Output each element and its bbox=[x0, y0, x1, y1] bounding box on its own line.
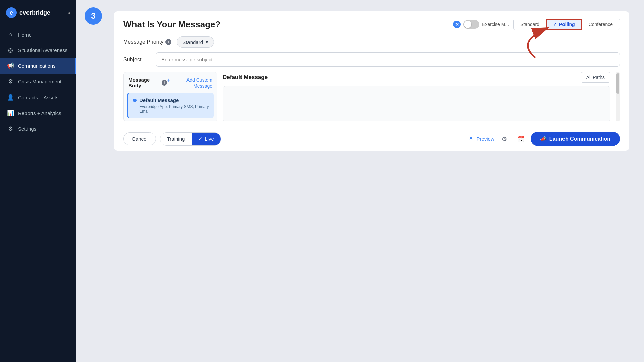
priority-dropdown[interactable]: Standard ▾ bbox=[177, 36, 214, 48]
sidebar-item-label: Home bbox=[18, 32, 32, 38]
body-info-icon[interactable]: i bbox=[162, 80, 167, 86]
contacts-icon: 👤 bbox=[7, 94, 14, 101]
add-plus-icon: + bbox=[167, 77, 171, 84]
sidebar-item-contacts-assets[interactable]: 👤 Contacts + Assets bbox=[0, 89, 76, 105]
priority-info-icon[interactable]: i bbox=[165, 39, 171, 45]
check-icon: ✓ bbox=[553, 22, 557, 27]
sidebar-item-home[interactable]: ⌂ Home bbox=[0, 27, 76, 42]
preview-button[interactable]: 👁 Preview bbox=[469, 136, 494, 142]
message-body-area: Message Body i + Add Custom Message bbox=[114, 67, 629, 127]
home-icon: ⌂ bbox=[7, 31, 14, 38]
scrollbar-thumb bbox=[616, 73, 619, 94]
sidebar-item-label: Reports + Analytics bbox=[18, 110, 61, 116]
settings-button[interactable]: ⚙ bbox=[498, 133, 511, 145]
tab-conference[interactable]: Conference bbox=[582, 19, 620, 30]
crisis-icon: ⚙ bbox=[7, 78, 14, 85]
sidebar-item-crisis-management[interactable]: ⚙ Crisis Management bbox=[0, 74, 76, 89]
sidebar-item-label: Contacts + Assets bbox=[18, 95, 58, 100]
megaphone-icon: 📢 bbox=[7, 62, 14, 69]
default-message-title: Default Message bbox=[133, 97, 209, 103]
default-message-subtitle: Everbridge App, Primary SMS, Primary Ema… bbox=[133, 104, 209, 114]
page-title: What Is Your Message? bbox=[123, 19, 220, 30]
message-list-panel: Message Body i + Add Custom Message bbox=[123, 72, 217, 121]
header-right: ✕ Exercise M... Standard ✓ Polling C bbox=[453, 19, 620, 30]
toggle-x-icon: ✕ bbox=[453, 21, 461, 28]
sidebar-item-label: Communications bbox=[18, 63, 56, 69]
message-dot-indicator bbox=[133, 99, 137, 102]
exercise-toggle: ✕ Exercise M... bbox=[453, 20, 509, 29]
reports-icon: 📊 bbox=[7, 110, 14, 117]
sidebar-logo: e everbridge « bbox=[0, 0, 76, 24]
launch-communication-button[interactable]: 📣 Launch Communication bbox=[531, 132, 620, 146]
sidebar: e everbridge « ⌂ Home ◎ Situational Awar… bbox=[0, 0, 76, 362]
right-scrollbar[interactable] bbox=[616, 72, 620, 121]
settings-icon: ⚙ bbox=[7, 125, 14, 132]
message-editor[interactable] bbox=[223, 86, 610, 121]
sidebar-item-settings[interactable]: ⚙ Settings bbox=[0, 121, 76, 137]
sidebar-item-situational-awareness[interactable]: ◎ Situational Awareness bbox=[0, 42, 76, 58]
default-message-panel-header: Default Message All Paths bbox=[223, 72, 610, 83]
sidebar-item-label: Crisis Management bbox=[18, 79, 61, 84]
subject-label: Subject bbox=[123, 57, 150, 63]
cancel-button[interactable]: Cancel bbox=[123, 132, 156, 145]
exercise-label: Exercise M... bbox=[482, 22, 509, 27]
toggle-thumb bbox=[464, 21, 471, 28]
preview-eye-icon: 👁 bbox=[469, 136, 474, 142]
mode-toggle-group: Training ✓ Live bbox=[160, 132, 221, 146]
tab-polling[interactable]: ✓ Polling bbox=[546, 19, 582, 30]
radar-icon: ◎ bbox=[7, 47, 14, 54]
card-footer: Cancel Training ✓ Live 👁 Preview ⚙ 📅 📣 bbox=[114, 127, 629, 151]
launch-megaphone-icon: 📣 bbox=[540, 136, 547, 142]
collapse-button[interactable]: « bbox=[67, 10, 70, 16]
step-area: 3 What Is Your Message? bbox=[76, 0, 644, 156]
main-area: 3 What Is Your Message? bbox=[76, 0, 644, 362]
sidebar-item-label: Situational Awareness bbox=[18, 47, 67, 53]
exercise-toggle-track[interactable] bbox=[463, 20, 479, 29]
sidebar-item-reports-analytics[interactable]: 📊 Reports + Analytics bbox=[0, 105, 76, 121]
message-priority-label: Message Priority i bbox=[123, 39, 171, 45]
message-list-header: Message Body i + Add Custom Message bbox=[124, 72, 217, 93]
logo-text: everbridge bbox=[19, 9, 50, 16]
main-card: What Is Your Message? ✕ Exercise M... St… bbox=[114, 11, 629, 151]
training-mode-button[interactable]: Training bbox=[160, 133, 192, 145]
sidebar-nav: ⌂ Home ◎ Situational Awareness 📢 Communi… bbox=[0, 24, 76, 362]
sidebar-item-communications[interactable]: 📢 Communications bbox=[0, 58, 76, 74]
step-circle: 3 bbox=[85, 7, 102, 25]
add-custom-message-button[interactable]: + Add Custom Message bbox=[167, 77, 212, 89]
live-mode-button[interactable]: ✓ Live bbox=[192, 133, 221, 145]
tab-standard[interactable]: Standard bbox=[514, 19, 546, 30]
card-header: What Is Your Message? ✕ Exercise M... St… bbox=[114, 11, 629, 30]
live-check-icon: ✓ bbox=[198, 136, 203, 142]
all-paths-button[interactable]: All Paths bbox=[581, 72, 610, 83]
default-message-panel-title: Default Message bbox=[223, 74, 268, 81]
logo-icon: e bbox=[6, 7, 17, 18]
message-list-scroll[interactable]: Default Message Everbridge App, Primary … bbox=[124, 93, 217, 121]
message-priority-row: Message Priority i Standard ▾ bbox=[114, 30, 629, 48]
sidebar-item-label: Settings bbox=[18, 126, 36, 132]
default-message-panel: Default Message All Paths bbox=[223, 72, 610, 121]
default-message-item[interactable]: Default Message Everbridge App, Primary … bbox=[127, 93, 214, 118]
message-body-label: Message Body i bbox=[128, 77, 167, 88]
subject-input[interactable] bbox=[156, 52, 620, 67]
calendar-button[interactable]: 📅 bbox=[515, 133, 527, 145]
message-type-tabs: Standard ✓ Polling Conference bbox=[513, 19, 620, 30]
subject-row: Subject bbox=[114, 48, 629, 67]
dropdown-chevron-icon: ▾ bbox=[206, 39, 208, 45]
